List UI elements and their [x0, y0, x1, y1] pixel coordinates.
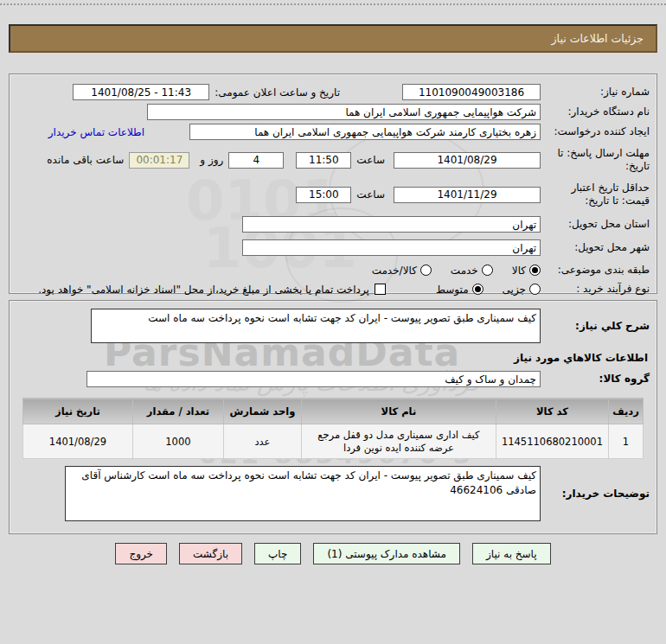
page-title: جزئیات اطلاعات نیاز — [552, 32, 644, 45]
goods-group-field[interactable]: چمدان و ساک و کیف — [86, 371, 541, 387]
deadline-date-field[interactable]: 1401/08/29 — [394, 152, 541, 169]
description-field[interactable]: کیف سمیناری طبق تصویر پیوست - ایران کد ج… — [91, 309, 541, 343]
cell-index: 1 — [609, 424, 644, 459]
deadline-time-field[interactable]: 11:50 — [296, 152, 351, 169]
province-label: استان محل تحویل: — [541, 218, 650, 231]
buyer-notes-field[interactable]: کیف سمیناری طبق تصویر پیوست - ایران کد ج… — [65, 466, 541, 521]
goods-table: ردیف کد کالا نام کالا واحد شمارش تعداد /… — [22, 398, 644, 459]
response-deadline-row: مهلت ارسال پاسخ: تا تاریخ: 1401/08/29 سا… — [16, 147, 650, 173]
days-remaining-field[interactable]: 4 — [228, 152, 284, 169]
treasury-checkbox-option[interactable]: پرداخت تمام یا بخشی از مبلغ خرید،از محل … — [38, 284, 386, 296]
validity-label: حداقل تاریخ اعتبار قیمت: تا تاریخ: — [541, 182, 650, 207]
radio-option-service[interactable]: خدمت — [451, 265, 493, 277]
radio-option-label: جزیی — [503, 284, 526, 296]
price-validity-row: حداقل تاریخ اعتبار قیمت: تا تاریخ: 1401/… — [16, 182, 650, 207]
cell-qty: 1000 — [132, 424, 223, 459]
radio-unselected-icon — [529, 284, 541, 295]
col-name: نام کالا — [301, 399, 496, 424]
radio-selected-icon — [472, 284, 483, 295]
buyer-notes-row: توضیحات خریدار: کیف سمیناری طبق تصویر پی… — [16, 466, 650, 521]
need-details-page: { "title_bar": { "label": "جزئیات اطلاعا… — [0, 0, 666, 644]
classification-row: طبقه بندی موضوعی: کالا خدمت کالا/خدمت — [16, 264, 650, 277]
need-number-field[interactable]: 1101090049003186 — [402, 84, 541, 100]
radio-option-medium[interactable]: متوسط — [436, 284, 483, 296]
radio-option-partial[interactable]: جزیی — [503, 284, 541, 296]
col-need-date: تاریخ نیاز — [23, 399, 133, 424]
radio-option-label: خدمت — [451, 265, 478, 277]
description-row: شرح کلي نياز: کیف سمیناری طبق تصویر پیوس… — [16, 309, 650, 343]
col-qty: تعداد / مقدار — [132, 399, 223, 424]
validity-date-field[interactable]: 1401/11/29 — [394, 187, 541, 203]
creator-label: ایجاد کننده درخواست: — [541, 125, 650, 138]
city-field[interactable]: تهران — [242, 239, 541, 256]
col-index: ردیف — [609, 399, 644, 424]
deadline-hour-label: ساعت — [356, 154, 385, 166]
radio-option-label: متوسط — [436, 284, 469, 296]
need-number-label: شماره نیاز: — [541, 86, 650, 99]
respond-button[interactable]: پاسخ به نیاز — [472, 543, 551, 564]
buyer-org-field[interactable]: شرکت هواپیمایی جمهوری اسلامی ایران هما — [147, 104, 541, 120]
description-label: شرح کلي نياز: — [541, 320, 650, 333]
buyer-contact-link[interactable]: اطلاعات تماس خریدار — [48, 126, 144, 138]
view-attachments-button[interactable]: مشاهده مدارک پیوستی (1) — [313, 543, 460, 564]
cell-code: 1145110680210001 — [496, 424, 608, 459]
validity-hour-label: ساعت — [356, 188, 385, 201]
creator-field[interactable]: زهره بختیاری کارمند شرکت هواپیمایی جمهور… — [189, 124, 541, 140]
buyer-org-label: نام دستگاه خریدار: — [541, 105, 650, 118]
announce-datetime-field[interactable]: 1401/08/25 - 11:43 — [73, 84, 209, 100]
process-type-row: نوع فرآیند خرید : جزیی متوسط پرداخت تمام… — [16, 283, 650, 296]
city-row: شهر محل تحویل: تهران — [16, 239, 650, 256]
province-row: استان محل تحویل: تهران — [16, 216, 650, 233]
radio-unselected-icon — [482, 265, 493, 276]
goods-info-panel: شرح کلي نياز: کیف سمیناری طبق تصویر پیوس… — [9, 300, 657, 534]
cell-unit: عدد — [223, 424, 301, 459]
days-label: روز و — [200, 154, 223, 166]
city-label: شهر محل تحویل: — [541, 241, 650, 254]
radio-option-goods-service[interactable]: کالا/خدمت — [372, 265, 432, 277]
buyer-org-row: نام دستگاه خریدار: شرکت هواپیمایی جمهوری… — [16, 104, 650, 120]
col-unit: واحد شمارش — [223, 399, 301, 424]
radio-unselected-icon — [420, 265, 432, 276]
validity-time-field[interactable]: 15:00 — [296, 187, 351, 203]
goods-group-label: گروه کالا: — [541, 373, 650, 386]
back-button[interactable]: بازگشت — [179, 543, 242, 564]
buyer-notes-label: توضیحات خریدار: — [541, 488, 650, 501]
cell-name: کیف اداری سمیناری مدل دو قفل مرجع عرضه ک… — [301, 424, 496, 459]
top-dotted-divider — [0, 3, 666, 5]
province-field[interactable]: تهران — [242, 216, 541, 233]
deadline-label: مهلت ارسال پاسخ: تا تاریخ: — [541, 147, 650, 173]
need-number-row: شماره نیاز: 1101090049003186 تاریخ و ساع… — [16, 84, 650, 100]
countdown-label: ساعت باقی مانده — [47, 154, 124, 166]
page-title-bar: جزئیات اطلاعات نیاز — [9, 24, 657, 53]
treasury-checkbox-label: پرداخت تمام یا بخشی از مبلغ خرید،از محل … — [38, 284, 369, 296]
checkbox-unchecked-icon — [375, 284, 386, 295]
print-button[interactable]: چاپ — [254, 543, 301, 564]
cell-need-date: 1401/08/29 — [23, 424, 133, 459]
process-type-label: نوع فرآیند خرید : — [541, 283, 650, 296]
exit-button[interactable]: خروج — [115, 543, 167, 564]
action-buttons-row: پاسخ به نیاز مشاهده مدارک پیوستی (1) چاپ… — [0, 543, 666, 564]
goods-group-row: گروه کالا: چمدان و ساک و کیف — [16, 371, 650, 387]
col-code: کد کالا — [496, 399, 608, 424]
goods-table-header-row: ردیف کد کالا نام کالا واحد شمارش تعداد /… — [23, 399, 644, 424]
radio-option-label: کالا — [512, 265, 526, 277]
classification-label: طبقه بندی موضوعی: — [541, 264, 650, 277]
announce-datetime-label: تاریخ و ساعت اعلان عمومی: — [209, 86, 340, 99]
goods-section-heading: اطلاعات کالاهاي مورد نياز — [18, 352, 648, 364]
radio-selected-icon — [529, 265, 541, 276]
need-info-panel: شماره نیاز: 1101090049003186 تاریخ و ساع… — [9, 73, 657, 294]
radio-option-goods[interactable]: کالا — [512, 265, 541, 277]
radio-option-label: کالا/خدمت — [372, 265, 417, 277]
table-row: 1 1145110680210001 کیف اداری سمیناری مدل… — [23, 424, 644, 459]
creator-row: ایجاد کننده درخواست: زهره بختیاری کارمند… — [16, 124, 650, 140]
countdown-timer: 00:01:17 — [129, 152, 189, 169]
